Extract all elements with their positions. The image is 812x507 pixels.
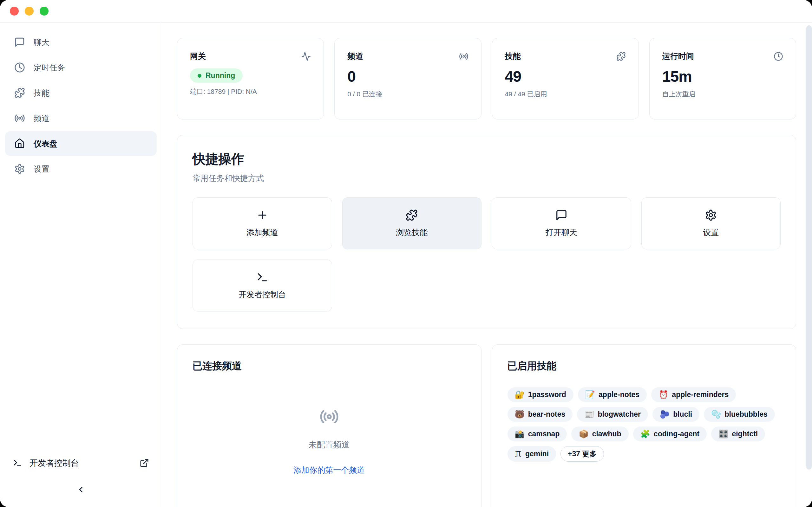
sidebar-item[interactable]: 聊天 [5, 30, 157, 55]
clock-icon [14, 62, 25, 73]
minimize-button[interactable] [25, 7, 34, 15]
skill-emoji-icon: 📝 [585, 390, 595, 399]
dev-console-label: 开发者控制台 [30, 458, 79, 469]
quick-action-button[interactable]: 打开聊天 [492, 198, 631, 249]
quick-action-button[interactable]: 开发者控制台 [193, 260, 332, 312]
quick-actions-grid: 添加频道 浏览技能 打开聊天 [193, 198, 780, 312]
external-link-icon[interactable] [140, 458, 149, 468]
stat-subtext: 0 / 0 已连接 [347, 90, 468, 99]
skill-emoji-icon: ⏰ [658, 390, 668, 399]
close-button[interactable] [10, 7, 19, 15]
sidebar-item-label: 定时任务 [34, 62, 65, 73]
channels-empty-text: 未配置频道 [309, 439, 350, 450]
stat-card: 运行时间 15m 自上次重启 [649, 38, 796, 119]
sidebar: 聊天 定时任务 技能 频道 [0, 22, 162, 507]
stats-row: 网关 Running 端口: 18789 | PID: N/A 频道 [177, 38, 796, 119]
stat-title: 网关 [190, 51, 206, 61]
skill-name: gemini [525, 450, 549, 458]
enabled-skills-title: 已启用技能 [507, 359, 781, 373]
stat-subtext: 端口: 18789 | PID: N/A [190, 87, 311, 96]
skill-chip: 📝 apple-notes [578, 387, 647, 402]
skill-emoji-icon: 🐻 [515, 410, 525, 419]
more-skills-chip[interactable]: +37 更多 [560, 446, 604, 462]
stat-card: 网关 Running 端口: 18789 | PID: N/A [177, 38, 324, 119]
skill-chip: 🐻 bear-notes [507, 407, 573, 422]
stat-card: 技能 49 49 / 49 已启用 [492, 38, 639, 119]
quick-actions-title: 快捷操作 [193, 151, 780, 168]
sidebar-item[interactable]: 仪表盘 [5, 131, 157, 156]
sidebar-bottom: 开发者控制台 [5, 454, 157, 494]
radio-icon [14, 113, 25, 124]
collapse-sidebar-button chevron-left-icon[interactable] [76, 485, 86, 494]
quick-action-button[interactable]: 设置 [641, 198, 781, 249]
quick-actions-panel: 快捷操作 常用任务和快捷方式 添加频道 浏览技能 [177, 135, 796, 329]
puzzle-icon [406, 209, 418, 221]
sidebar-item-label: 设置 [34, 164, 49, 174]
skill-name: blogwatcher [598, 410, 641, 418]
home-icon [14, 138, 25, 149]
enabled-skills-panel: 已启用技能 🔐 1password 📝 apple-notes [492, 344, 797, 507]
add-first-channel-link[interactable]: 添加你的第一个频道 [293, 465, 365, 475]
radio-icon [459, 52, 468, 61]
sidebar-item-label: 频道 [34, 113, 49, 124]
scrollbar-thumb[interactable] [806, 25, 812, 469]
app-window: 聊天 定时任务 技能 频道 [0, 0, 812, 507]
gear-icon [14, 164, 25, 174]
skill-emoji-icon: 🧩 [641, 429, 650, 439]
status-dot-icon [198, 74, 201, 78]
plus-icon [256, 209, 268, 221]
skill-chip: 📰 blogwatcher [577, 407, 648, 422]
skill-emoji-icon: 📸 [515, 429, 525, 439]
activity-icon [301, 52, 311, 61]
quick-action-label: 开发者控制台 [239, 289, 286, 300]
quick-actions-subtitle: 常用任务和快捷方式 [193, 173, 780, 183]
terminal-icon [13, 458, 22, 468]
skill-name: blucli [673, 410, 692, 418]
skill-name: camsnap [528, 430, 560, 438]
terminal-icon [256, 271, 268, 283]
status-label: Running [206, 71, 235, 80]
channels-empty-state: 未配置频道 添加你的第一个频道 [193, 407, 466, 475]
chat-icon [555, 209, 567, 221]
skill-emoji-icon: 🫧 [711, 410, 721, 419]
skill-name: coding-agent [654, 430, 699, 438]
stat-value: 49 [505, 68, 626, 85]
connected-channels-panel: 已连接频道 未配置频道 添加你的第一个频道 [177, 344, 481, 507]
skill-name: clawhub [592, 430, 621, 438]
quick-action-label: 添加频道 [247, 227, 278, 238]
stat-title: 运行时间 [662, 51, 694, 61]
skill-name: apple-notes [599, 390, 640, 399]
app-body: 聊天 定时任务 技能 频道 [0, 22, 812, 507]
sidebar-item[interactable]: 频道 [5, 106, 157, 130]
stat-value: 15m [662, 68, 783, 85]
skill-emoji-icon: 📦 [578, 429, 589, 439]
dev-console-button[interactable]: 开发者控制台 [9, 454, 152, 472]
skill-emoji-icon: ♊ [515, 449, 522, 458]
stat-title: 频道 [347, 51, 363, 61]
sidebar-item[interactable]: 技能 [5, 80, 157, 105]
stat-subtext: 49 / 49 已启用 [505, 90, 626, 99]
skill-chip: 📦 clawhub [571, 427, 628, 441]
skill-chip: 🧩 coding-agent [633, 427, 707, 441]
quick-action-label: 设置 [703, 227, 719, 238]
skill-name: apple-reminders [672, 390, 728, 399]
skill-chip: ⏰ apple-reminders [651, 387, 736, 402]
zoom-button[interactable] [40, 7, 49, 15]
stat-value: 0 [347, 68, 468, 85]
sidebar-item[interactable]: 设置 [5, 157, 157, 181]
stat-card: 频道 0 0 / 0 已连接 [334, 38, 481, 119]
skill-name: eightctl [732, 430, 758, 438]
skill-chip: 🫧 bluebubbles [704, 407, 775, 422]
skill-chip: 🎛️ eightctl [711, 427, 765, 441]
sidebar-item-label: 仪表盘 [34, 138, 57, 149]
skill-name: 1password [528, 390, 566, 399]
sidebar-nav: 聊天 定时任务 技能 频道 [5, 30, 157, 454]
skill-emoji-icon: 🫐 [660, 410, 670, 419]
skills-chip-list: 🔐 1password 📝 apple-notes ⏰ appl [507, 387, 781, 462]
gear-icon [705, 209, 717, 221]
skill-chip: ♊ gemini [507, 446, 556, 462]
quick-action-button[interactable]: 添加频道 [193, 198, 332, 249]
main-content: 网关 Running 端口: 18789 | PID: N/A 频道 [162, 22, 812, 507]
sidebar-item[interactable]: 定时任务 [5, 55, 157, 80]
quick-action-button[interactable]: 浏览技能 [342, 198, 482, 249]
